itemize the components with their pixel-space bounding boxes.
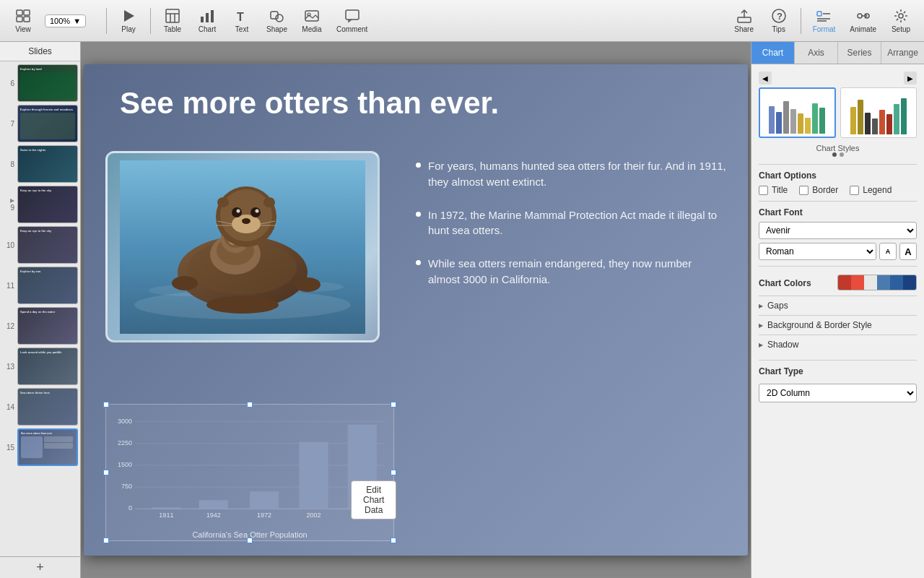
list-item[interactable]: ▶ 9 Keep an eye to the sky xyxy=(4,186,76,223)
list-item[interactable]: 14 Sea otters thrive here xyxy=(4,388,76,426)
color-swatch-2[interactable] xyxy=(851,275,864,290)
slide-thumbnail[interactable]: Explore by land xyxy=(17,64,78,102)
play-label: Play xyxy=(121,25,135,33)
slide-thumbnail[interactable]: Explore through forests and meadows xyxy=(17,105,78,142)
zoom-control[interactable]: 100% ▼ xyxy=(45,14,86,27)
list-item[interactable]: 7 Explore through forests and meadows xyxy=(4,105,76,142)
gaps-section-header[interactable]: ▶ Gaps xyxy=(759,296,917,315)
bullet-text-2: In 1972, the Marine Mammal Protection Ac… xyxy=(428,207,726,239)
border-checkbox[interactable] xyxy=(799,186,808,195)
format-button[interactable]: Format xyxy=(807,5,842,36)
setup-button[interactable]: Setup xyxy=(885,5,917,36)
font-size-small-button[interactable]: A xyxy=(879,243,897,260)
add-slide-button[interactable]: + xyxy=(0,556,80,578)
handle-mr[interactable] xyxy=(391,470,396,475)
next-style-button[interactable]: ▶ xyxy=(904,72,917,85)
svg-text:1942: 1942 xyxy=(206,512,221,519)
slide-thumbnail-active[interactable]: See more otters than ever xyxy=(17,428,78,466)
svg-point-50 xyxy=(232,207,242,217)
tab-series[interactable]: Series xyxy=(838,42,881,64)
chart-button[interactable]: Chart xyxy=(191,5,223,36)
chart-type-select[interactable]: 2D Column xyxy=(759,384,917,402)
title-checkbox[interactable] xyxy=(759,186,768,195)
list-item[interactable]: 6 Explore by land xyxy=(4,64,76,102)
legend-checkbox-label[interactable]: Legend xyxy=(850,185,892,195)
shadow-section-header[interactable]: ▶ Shadow xyxy=(759,335,917,354)
chart-styles-section: ◀ ▶ xyxy=(759,72,917,157)
list-item[interactable]: 15 See more otters than ever xyxy=(4,428,76,466)
table-label: Table xyxy=(164,25,181,33)
gaps-arrow-icon: ▶ xyxy=(759,303,763,309)
svg-point-25 xyxy=(858,14,862,18)
font-a-large: A xyxy=(905,246,911,257)
tab-arrange[interactable]: Arrange xyxy=(881,42,924,64)
color-swatch-3[interactable] xyxy=(864,275,877,290)
slide-thumbnail[interactable]: Keep an eye to the sky xyxy=(17,186,78,223)
slide-thumbnail[interactable]: Keep an eye to the sky xyxy=(17,226,78,264)
text-button[interactable]: T Text xyxy=(226,5,258,36)
list-item[interactable]: 12 Spend a day on the water xyxy=(4,307,76,345)
comment-button[interactable]: Comment xyxy=(331,5,373,36)
slide-canvas[interactable]: See more otters than ever. xyxy=(84,64,748,556)
color-swatch-1[interactable] xyxy=(838,275,851,290)
svg-rect-76 xyxy=(199,500,228,509)
separator-2 xyxy=(150,8,151,34)
chart-container[interactable]: 3000 2250 1500 750 0 1911 xyxy=(105,404,394,541)
animate-label: Animate xyxy=(850,25,876,33)
chart-font-section: Chart Font Avenir Roman A A xyxy=(759,207,917,260)
color-swatch-group[interactable] xyxy=(837,275,917,290)
slide-thumbnail[interactable]: Sea otters thrive here xyxy=(17,388,78,426)
handle-tl[interactable] xyxy=(103,402,109,407)
list-item[interactable]: 10 Keep an eye to the sky xyxy=(4,226,76,264)
shape-button[interactable]: Shape xyxy=(261,5,293,36)
list-item[interactable]: 13 Look around while you paddle xyxy=(4,348,76,385)
font-name-select[interactable]: Avenir xyxy=(759,222,917,239)
play-button[interactable]: Play xyxy=(113,5,144,36)
handle-ml[interactable] xyxy=(103,470,109,475)
tab-axis[interactable]: Axis xyxy=(795,42,838,64)
plus-icon: + xyxy=(36,560,44,575)
chart-type-header: Chart Type xyxy=(759,366,917,376)
list-item[interactable]: 8 Swim in the nights xyxy=(4,145,76,183)
slide-thumbnail[interactable]: Spend a day on the water xyxy=(17,307,78,345)
slide-thumbnail[interactable]: Explore by sea xyxy=(17,267,78,304)
dot-2 xyxy=(840,152,844,157)
svg-point-63 xyxy=(206,296,279,314)
svg-rect-17 xyxy=(346,10,359,20)
view-button[interactable]: View xyxy=(7,5,39,36)
list-item[interactable]: 11 Explore by sea xyxy=(4,267,76,304)
handle-tm[interactable] xyxy=(247,402,253,407)
prev-style-button[interactable]: ◀ xyxy=(759,72,772,85)
view-label: View xyxy=(15,25,31,33)
media-button[interactable]: Media xyxy=(296,5,328,36)
svg-point-52 xyxy=(237,209,240,212)
chart-options-checkboxes: Title Border Legend xyxy=(759,185,917,195)
color-swatch-5[interactable] xyxy=(890,275,903,290)
chart-style-item-2[interactable] xyxy=(840,87,918,138)
tab-chart[interactable]: Chart xyxy=(751,42,795,64)
media-label: Media xyxy=(302,25,321,33)
background-border-section-header[interactable]: ▶ Background & Border Style xyxy=(759,315,917,335)
animate-button[interactable]: Animate xyxy=(844,5,882,36)
chart-svg: 3000 2250 1500 750 0 1911 xyxy=(112,410,388,535)
title-checkbox-label[interactable]: Title xyxy=(759,185,788,195)
slide-thumbnail[interactable]: Look around while you paddle xyxy=(17,348,78,385)
color-swatch-6[interactable] xyxy=(903,275,916,290)
chart-style-item-1[interactable] xyxy=(759,87,836,138)
handle-tr[interactable] xyxy=(391,402,396,407)
chart-colors-section: Chart Colors xyxy=(759,272,917,293)
color-swatch-4[interactable] xyxy=(877,275,890,290)
table-button[interactable]: Table xyxy=(157,5,188,36)
font-size-large-button[interactable]: A xyxy=(899,243,917,260)
legend-checkbox[interactable] xyxy=(850,186,859,195)
right-panel: Chart Axis Series Arrange ◀ ▶ xyxy=(751,42,924,578)
zoom-value: 100% xyxy=(50,17,70,25)
tips-button[interactable]: ? Tips xyxy=(763,5,795,36)
border-checkbox-label[interactable]: Border xyxy=(799,185,838,195)
svg-rect-78 xyxy=(250,491,279,509)
chart-type-section: Chart Type 2D Column xyxy=(759,366,917,402)
font-style-select[interactable]: Roman xyxy=(759,243,876,260)
slide-thumbnail[interactable]: Swim in the nights xyxy=(17,145,78,183)
edit-chart-data-button[interactable]: Edit Chart Data xyxy=(351,480,396,519)
share-button[interactable]: Share xyxy=(728,5,760,36)
